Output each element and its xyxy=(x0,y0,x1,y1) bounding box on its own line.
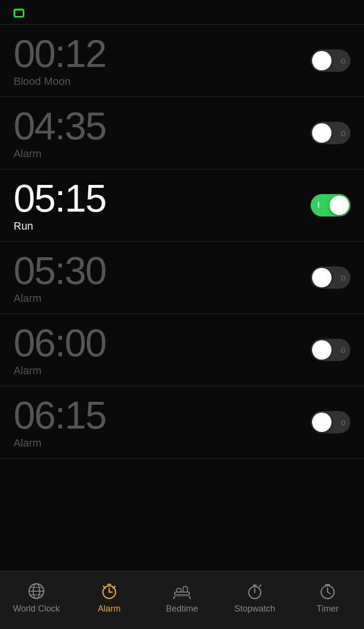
bedtime-icon xyxy=(172,581,192,601)
svg-line-24 xyxy=(328,592,331,594)
tab-label-bedtime: Bedtime xyxy=(166,604,198,614)
alarm-time: 06:00 xyxy=(14,323,106,364)
svg-rect-12 xyxy=(175,595,189,597)
alarm-label: Run xyxy=(14,220,106,232)
alarm-toggle[interactable] xyxy=(311,266,350,289)
alarm-info: 06:15Alarm xyxy=(14,395,106,449)
alarm-info: 06:00Alarm xyxy=(14,323,106,377)
alarm-time: 00:12 xyxy=(14,33,106,74)
svg-rect-13 xyxy=(177,588,182,592)
alarm-time: 06:15 xyxy=(14,395,106,436)
svg-line-16 xyxy=(189,596,190,598)
alarm-list: 00:12Blood Moon04:35Alarm05:15Run05:30Al… xyxy=(0,25,364,459)
alarm-label: Alarm xyxy=(14,437,106,449)
toggle-knob xyxy=(312,123,331,143)
tab-bedtime[interactable]: Bedtime xyxy=(146,581,218,614)
alarm-toggle[interactable] xyxy=(311,339,350,361)
alarm-time: 05:30 xyxy=(14,250,106,291)
alarm-icon xyxy=(99,581,119,601)
timer-icon xyxy=(318,581,337,601)
alarm-toggle[interactable] xyxy=(311,194,350,216)
alarm-info: 00:12Blood Moon xyxy=(14,33,106,88)
stopwatch-icon xyxy=(245,581,265,601)
edit-button[interactable] xyxy=(14,9,24,17)
toggle-knob xyxy=(312,51,331,70)
toggle-knob xyxy=(312,413,331,432)
tab-label-alarm: Alarm xyxy=(98,604,120,614)
alarm-label: Alarm xyxy=(14,292,106,305)
alarm-item[interactable]: 06:00Alarm xyxy=(0,314,364,386)
world-clock-icon xyxy=(27,581,46,601)
svg-line-8 xyxy=(103,586,105,588)
tab-label-stopwatch: Stopwatch xyxy=(234,604,275,614)
toggle-knob xyxy=(312,268,331,287)
alarm-info: 05:15Run xyxy=(14,178,106,232)
alarm-time: 04:35 xyxy=(14,106,106,147)
header xyxy=(0,0,364,24)
alarm-label: Alarm xyxy=(14,148,106,160)
alarm-label: Blood Moon xyxy=(14,75,106,88)
alarm-toggle[interactable] xyxy=(311,122,350,144)
svg-line-15 xyxy=(174,596,175,598)
svg-line-21 xyxy=(260,585,261,587)
alarm-item[interactable]: 06:15Alarm xyxy=(0,386,364,459)
toggle-knob xyxy=(312,340,331,360)
svg-line-9 xyxy=(113,586,115,588)
alarm-label: Alarm xyxy=(14,364,106,377)
svg-rect-11 xyxy=(175,592,189,595)
toggle-knob xyxy=(330,196,349,215)
svg-rect-14 xyxy=(183,587,188,592)
alarm-toggle[interactable] xyxy=(311,411,350,433)
tab-world-clock[interactable]: World Clock xyxy=(0,581,73,614)
tab-alarm[interactable]: Alarm xyxy=(73,581,146,614)
alarm-item[interactable]: 05:15Run xyxy=(0,169,364,242)
tab-timer[interactable]: Timer xyxy=(291,581,364,614)
alarm-info: 05:30Alarm xyxy=(14,250,106,305)
tab-label-timer: Timer xyxy=(316,604,338,614)
alarm-item[interactable]: 00:12Blood Moon xyxy=(0,25,364,97)
alarm-toggle[interactable] xyxy=(311,50,350,72)
alarm-time: 05:15 xyxy=(14,178,106,219)
alarm-item[interactable]: 05:30Alarm xyxy=(0,242,364,314)
alarm-info: 04:35Alarm xyxy=(14,106,106,160)
alarm-item[interactable]: 04:35Alarm xyxy=(0,97,364,169)
tab-bar: World Clock Alarm Bedtime Stopwatch Time… xyxy=(0,571,364,629)
tab-label-world-clock: World Clock xyxy=(13,604,60,614)
tab-stopwatch[interactable]: Stopwatch xyxy=(218,581,291,614)
